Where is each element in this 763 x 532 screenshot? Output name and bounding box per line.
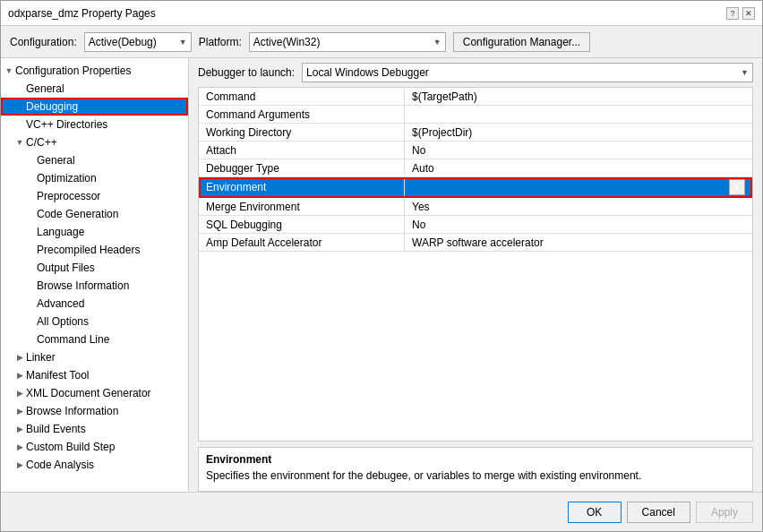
sidebar-item-label-preprocessor: Preprocessor [37,190,100,202]
expand-icon-custom-build-step: ▶ [15,442,24,451]
sidebar-item-output-files[interactable]: Output Files [1,259,188,277]
prop-value-amp-default-accelerator: WARP software accelerator [405,234,752,251]
sidebar-item-label-precompiled-headers: Precompiled Headers [37,244,140,256]
config-bar: Configuration: Active(Debug) ▼ Platform:… [1,26,762,58]
prop-name-command: Command [199,88,405,105]
sidebar-item-advanced-cpp[interactable]: Advanced [1,295,188,313]
sidebar-item-label-optimization: Optimization [37,172,97,184]
sidebar-item-code-generation[interactable]: Code Generation [1,205,188,223]
prop-name-attach: Attach [199,142,405,159]
cancel-button[interactable]: Cancel [627,502,690,523]
sidebar-item-label-cpp: C/C++ [26,136,57,149]
sidebar-item-cpp-general[interactable]: General [1,151,188,169]
sidebar-item-label-output-files: Output Files [37,262,95,274]
prop-row-amp-default-accelerator[interactable]: Amp Default AcceleratorWARP software acc… [199,234,752,252]
prop-row-debugger-type[interactable]: Debugger TypeAuto [199,159,752,177]
sidebar-item-vc-directories[interactable]: VC++ Directories [1,116,188,133]
platform-select[interactable]: Active(Win32) ▼ [249,32,446,52]
sidebar-item-label-build-events: Build Events [26,423,86,435]
sidebar-item-code-analysis[interactable]: ▶Code Analysis [1,456,188,474]
prop-value-sql-debugging: No [405,216,752,233]
sidebar-item-browse-information-cpp[interactable]: Browse Information [1,277,188,295]
config-dropdown-arrow: ▼ [179,38,187,47]
sidebar-item-precompiled-headers[interactable]: Precompiled Headers [1,241,188,259]
prop-name-environment: Environment [199,177,405,197]
sidebar-item-debugging[interactable]: Debugging [1,98,188,116]
title-bar: odxparse_dmz Property Pages ? ✕ [1,1,762,26]
prop-value-command-args [405,106,752,123]
sidebar-item-label-xml-document: XML Document Generator [26,387,151,399]
prop-value-attach: No [405,142,752,159]
sidebar-item-label-command-line: Command Line [37,333,109,346]
sidebar-item-linker[interactable]: ▶Linker [1,348,188,366]
sidebar: ▼Configuration PropertiesGeneralDebuggin… [1,58,189,492]
right-panel: Debugger to launch: Local Windows Debugg… [189,58,762,492]
expand-icon-linker: ▶ [15,353,24,362]
prop-row-environment[interactable]: Environment▼ [199,177,752,198]
sidebar-item-label-browse-information: Browse Information [26,405,118,417]
prop-value-working-dir: $(ProjectDir) [405,124,752,141]
prop-value-debugger-type: Auto [405,159,752,176]
prop-row-command[interactable]: Command$(TargetPath) [199,88,752,106]
expand-icon-xml-document: ▶ [15,389,24,398]
sidebar-item-label-language: Language [37,226,84,238]
sidebar-item-label-general: General [26,82,64,95]
prop-name-working-dir: Working Directory [199,124,405,141]
debugger-row: Debugger to launch: Local Windows Debugg… [189,58,762,87]
prop-row-working-dir[interactable]: Working Directory$(ProjectDir) [199,124,752,142]
sidebar-item-command-line[interactable]: Command Line [1,330,188,348]
apply-button[interactable]: Apply [696,502,753,523]
prop-row-merge-environment[interactable]: Merge EnvironmentYes [199,198,752,216]
debugger-dropdown-arrow: ▼ [741,68,749,77]
expand-icon-cpp: ▼ [15,138,24,147]
sidebar-item-label-manifest-tool: Manifest Tool [26,369,89,382]
sidebar-item-label-linker: Linker [26,351,56,364]
window-title: odxparse_dmz Property Pages [8,7,156,20]
sidebar-item-build-events[interactable]: ▶Build Events [1,420,188,438]
prop-value-environment[interactable]: ▼ [405,177,752,197]
help-button[interactable]: ? [726,7,739,20]
sidebar-item-label-vc-directories: VC++ Directories [26,118,107,131]
sidebar-item-label-all-options: All Options [37,315,89,328]
prop-name-merge-environment: Merge Environment [199,198,405,215]
sidebar-item-xml-document[interactable]: ▶XML Document Generator [1,384,188,402]
sidebar-item-manifest-tool[interactable]: ▶Manifest Tool [1,366,188,384]
sidebar-item-label-browse-information-cpp: Browse Information [37,279,129,292]
config-label: Configuration: [10,36,77,48]
platform-dropdown-arrow: ▼ [433,38,442,47]
main-content: ▼Configuration PropertiesGeneralDebuggin… [1,58,762,492]
expand-icon-config-properties: ▼ [4,66,13,75]
config-value: Active(Debug) [89,36,157,48]
prop-row-attach[interactable]: AttachNo [199,142,752,159]
bottom-bar: OK Cancel Apply [1,492,762,531]
sidebar-item-cpp[interactable]: ▼C/C++ [1,133,188,151]
prop-row-command-args[interactable]: Command Arguments [199,106,752,124]
prop-name-command-args: Command Arguments [199,106,405,123]
sidebar-item-label-code-generation: Code Generation [37,208,118,220]
config-select[interactable]: Active(Debug) ▼ [84,32,192,52]
sidebar-item-general[interactable]: General [1,80,188,98]
close-button[interactable]: ✕ [742,7,755,20]
prop-row-sql-debugging[interactable]: SQL DebuggingNo [199,216,752,234]
sidebar-item-label-config-properties: Configuration Properties [15,64,131,77]
property-pages-window: odxparse_dmz Property Pages ? ✕ Configur… [0,0,763,532]
sidebar-item-label-cpp-general: General [37,154,75,167]
expand-icon-manifest-tool: ▶ [15,371,24,380]
sidebar-item-custom-build-step[interactable]: ▶Custom Build Step [1,438,188,456]
info-description: Specifies the environment for the debuge… [206,469,745,482]
sidebar-item-label-code-analysis: Code Analysis [26,459,94,471]
expand-icon-code-analysis: ▶ [15,460,24,469]
ok-button[interactable]: OK [568,502,622,523]
sidebar-item-preprocessor[interactable]: Preprocessor [1,187,188,205]
sidebar-item-label-custom-build-step: Custom Build Step [26,441,115,453]
prop-dropdown-btn-environment[interactable]: ▼ [729,179,745,195]
config-manager-button[interactable]: Configuration Manager... [453,32,590,52]
prop-name-debugger-type: Debugger Type [199,159,405,176]
sidebar-item-browse-information[interactable]: ▶Browse Information [1,402,188,420]
sidebar-item-all-options[interactable]: All Options [1,313,188,330]
debugger-select[interactable]: Local Windows Debugger ▼ [302,63,753,82]
sidebar-item-language[interactable]: Language [1,223,188,241]
sidebar-item-config-properties[interactable]: ▼Configuration Properties [1,62,188,80]
prop-value-wrapper-environment: ▼ [412,179,745,195]
sidebar-item-optimization[interactable]: Optimization [1,169,188,187]
